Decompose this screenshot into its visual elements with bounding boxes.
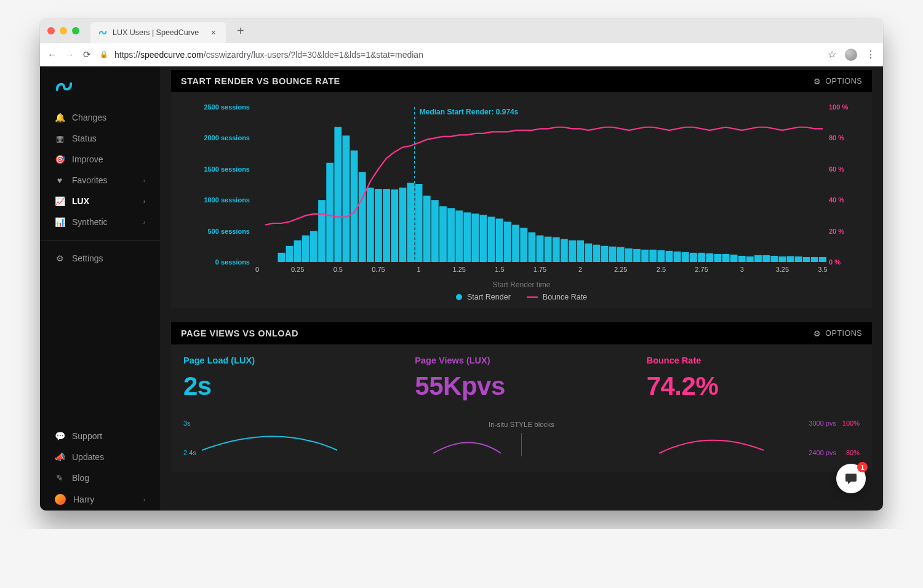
svg-rect-60 [666,251,673,262]
back-button[interactable]: ← [47,49,57,60]
svg-rect-28 [407,183,415,262]
widget-start-render: START RENDER VS BOUNCE RATE ⚙ OPTIONS 0 … [171,70,872,308]
kpi-label: Page Load (LUX) [183,356,396,365]
widget-title: PAGE VIEWS VS ONLOAD [181,328,298,338]
sidebar-label: Support [72,431,102,441]
target-icon: 🎯 [55,154,65,164]
new-tab-button[interactable]: + [231,24,250,38]
sidebar-item-settings[interactable]: ⚙ Settings [46,248,154,269]
kpi-page-views: Page Views (LUX) 55Kpvs [415,356,628,401]
svg-rect-70 [746,256,754,262]
svg-rect-27 [399,188,406,262]
kpi-label: Page Views (LUX) [415,356,628,365]
gear-icon: ⚙ [813,77,821,86]
sidebar-label: Harry [73,495,94,504]
chart-icon: 📈 [55,196,65,206]
svg-text:1000 sessions: 1000 sessions [204,196,250,204]
gear-icon: ⚙ [55,253,65,263]
kpi-bounce-rate: Bounce Rate 74.2% [647,356,860,401]
svg-text:500 sessions: 500 sessions [208,228,250,235]
svg-rect-50 [585,244,592,262]
speedcurve-logo-icon[interactable] [40,77,160,107]
svg-rect-64 [698,253,705,262]
bookmark-star-icon[interactable]: ☆ [828,49,836,60]
widget-page-views: PAGE VIEWS VS ONLOAD ⚙ OPTIONS Page Load… [171,322,872,472]
lock-icon: 🔒 [100,50,108,58]
svg-rect-57 [641,250,649,262]
forward-button[interactable]: → [65,49,74,60]
options-button[interactable]: ⚙ OPTIONS [813,329,862,338]
sidebar-item-blog[interactable]: ✎Blog [46,467,154,488]
sidebar-item-status[interactable]: ▦ Status [46,128,154,149]
svg-rect-30 [423,196,431,262]
svg-rect-46 [553,237,560,262]
chart-area[interactable]: 0 sessions500 sessions1000 sessions1500 … [183,101,860,279]
widget-title: START RENDER VS BOUNCE RATE [181,76,340,86]
sidebar-item-lux[interactable]: 📈 LUX › [46,191,154,212]
svg-rect-39 [496,218,503,262]
sidebar-item-changes[interactable]: 🔔 Changes [46,107,154,128]
intercom-chat-button[interactable]: 1 [836,464,866,493]
svg-rect-31 [431,200,439,262]
svg-text:2.75: 2.75 [695,266,708,273]
svg-rect-51 [593,245,600,262]
svg-rect-75 [787,256,794,262]
svg-rect-44 [537,236,544,262]
favicon-icon [98,28,108,38]
browser-tabstrip: LUX Users | SpeedCurve × + [40,18,883,43]
sidebar-item-synthetic[interactable]: 📊 Synthetic › [46,212,154,232]
sidebar-label: Improve [72,154,103,164]
svg-rect-59 [658,250,665,262]
profile-avatar-icon[interactable] [845,49,857,61]
browser-urlbar: ← → ⟳ 🔒 https://speedcurve.com/csswizard… [40,43,883,66]
svg-rect-41 [512,225,519,262]
svg-rect-47 [561,239,568,262]
svg-rect-36 [472,213,479,262]
svg-text:0.5: 0.5 [334,266,343,273]
kpi-value: 2s [183,371,396,401]
sidebar-label: Updates [72,452,104,462]
svg-rect-17 [318,200,326,262]
chevron-right-icon: › [143,198,145,205]
svg-rect-34 [455,210,463,262]
svg-rect-63 [690,253,697,262]
svg-rect-25 [383,189,390,262]
sidebar-item-favorites[interactable]: ♥ Favorites › [46,170,154,191]
svg-text:3.25: 3.25 [776,266,789,273]
window-minimize-icon[interactable] [60,27,67,34]
svg-rect-56 [633,249,641,262]
sidebar-item-updates[interactable]: 📣Updates [46,447,154,467]
legend-swatch-icon [456,294,462,300]
svg-text:1.25: 1.25 [453,266,466,273]
svg-rect-15 [302,236,310,262]
options-button[interactable]: ⚙ OPTIONS [813,77,862,86]
gear-icon: ⚙ [813,329,821,338]
svg-text:1500 sessions: 1500 sessions [204,165,250,173]
browser-menu-icon[interactable]: ⋮ [866,49,876,60]
svg-rect-20 [343,135,350,262]
kpi-page-load: Page Load (LUX) 2s [183,356,396,401]
window-zoom-icon[interactable] [72,27,79,34]
reload-button[interactable]: ⟳ [83,49,91,60]
svg-rect-58 [649,250,657,262]
main-panel: START RENDER VS BOUNCE RATE ⚙ OPTIONS 0 … [160,66,883,511]
browser-tab[interactable]: LUX Users | SpeedCurve × [90,22,226,43]
sidebar-label: Changes [72,113,106,122]
sidebar-label: LUX [72,196,89,206]
svg-rect-16 [310,231,318,262]
sidebar-user-row[interactable]: Harry › [46,488,154,511]
url-field[interactable]: 🔒 https://speedcurve.com/csswizardry/lux… [100,50,819,60]
window-close-icon[interactable] [47,27,55,34]
options-label: OPTIONS [825,329,862,338]
svg-text:60 %: 60 % [829,165,844,173]
svg-rect-48 [569,240,576,262]
svg-rect-45 [545,237,552,262]
sidebar-item-support[interactable]: 💬Support [46,426,154,447]
sidebar-item-improve[interactable]: 🎯 Improve [46,149,154,170]
svg-text:20 %: 20 % [829,228,844,235]
svg-text:0.75: 0.75 [372,266,385,273]
svg-rect-21 [351,151,358,262]
tab-close-icon[interactable]: × [209,28,218,38]
svg-rect-24 [375,189,382,262]
chevron-right-icon: › [143,219,145,226]
